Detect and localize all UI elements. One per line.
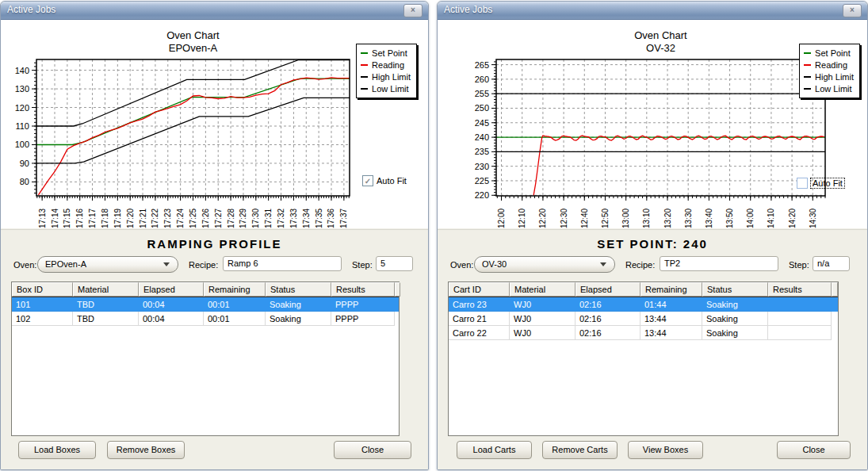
svg-text:12:40: 12:40 (580, 209, 589, 228)
svg-text:250: 250 (475, 103, 489, 113)
svg-text:12:50: 12:50 (601, 209, 610, 228)
table-header-cell[interactable]: Remaining (640, 282, 702, 297)
boxes-table: Box IDMaterialElapsedRemainingStatusResu… (11, 281, 400, 436)
titlebar[interactable]: Active Jobs × (1, 2, 428, 20)
svg-text:90: 90 (20, 159, 29, 168)
table-header-cell[interactable]: Results (331, 282, 395, 297)
chevron-down-icon (600, 262, 606, 266)
recipe-label: Recipe: (189, 260, 218, 270)
close-icon: × (411, 6, 415, 14)
svg-text:13:10: 13:10 (642, 209, 651, 228)
legend-label: Reading (815, 60, 847, 70)
table-row[interactable]: Carro 23WJ002:1601:44Soaking (449, 297, 838, 312)
table-header-cell[interactable]: Box ID (12, 282, 73, 297)
legend-swatch (804, 64, 811, 66)
legend-swatch (361, 64, 368, 66)
close-button[interactable]: × (843, 4, 862, 17)
table-cell: 02:16 (575, 312, 640, 326)
table-cell (768, 312, 832, 326)
table-cell: WJ0 (510, 297, 575, 312)
table-header-cell[interactable]: Material (73, 282, 139, 297)
close-button[interactable]: × (403, 4, 423, 17)
load-boxes-button[interactable]: Load Boxes (18, 441, 96, 459)
chart-title: Oven Chart OV-32 (496, 29, 825, 55)
table-cell: Soaking (266, 312, 331, 326)
legend-item: High Limit (804, 71, 854, 82)
table-header-cell[interactable]: Status (266, 282, 331, 297)
svg-text:260: 260 (475, 75, 489, 84)
table-cell: TBD (73, 297, 139, 312)
step-label: Step: (352, 260, 373, 270)
legend-swatch (361, 88, 368, 90)
chart-area: Oven Chart EPOven-A 80901001101201301401… (1, 20, 428, 228)
svg-text:140: 140 (15, 66, 29, 75)
table-header-cell[interactable]: Results (768, 282, 832, 297)
close-icon: × (850, 6, 855, 14)
table-cell: Soaking (266, 297, 331, 312)
svg-text:13:50: 13:50 (725, 209, 734, 228)
svg-text:17:24: 17:24 (176, 209, 185, 228)
legend-swatch (804, 76, 811, 78)
legend-swatch (361, 52, 368, 54)
table-cell: 13:44 (640, 312, 702, 326)
table-header-cell[interactable]: Elapsed (575, 282, 640, 297)
svg-text:255: 255 (475, 89, 489, 98)
svg-text:17:33: 17:33 (289, 209, 298, 228)
autofit-checkbox[interactable]: ✓ (362, 175, 373, 186)
table-row[interactable]: Carro 22WJ002:1613:44Soaking (449, 326, 838, 340)
titlebar[interactable]: Active Jobs × (438, 2, 867, 20)
table-row[interactable]: 102TBD00:0400:01SoakingPPPP (12, 312, 399, 326)
oven-select[interactable]: OV-30 (474, 256, 615, 273)
remove-boxes-button[interactable]: Remove Boxes (107, 441, 185, 459)
chart-title: Oven Chart EPOven-A (36, 29, 350, 55)
table-cell: PPPP (331, 297, 395, 312)
svg-text:100: 100 (15, 140, 29, 149)
step-value: 5 (380, 258, 385, 268)
view-boxes-button[interactable]: View Boxes (628, 441, 703, 459)
legend-swatch (804, 52, 811, 54)
autofit-control: Auto Fit (797, 178, 844, 189)
table-cell: 00:01 (204, 312, 266, 326)
chart-title-line1: Oven Chart (36, 29, 350, 42)
table-row[interactable]: 101TBD00:0400:01SoakingPPPP (12, 297, 399, 312)
svg-text:12:20: 12:20 (538, 209, 547, 228)
svg-text:17:28: 17:28 (227, 209, 235, 228)
close-dialog-button[interactable]: Close (334, 441, 411, 459)
table-header-cell[interactable]: Status (702, 282, 768, 297)
recipe-field[interactable]: Ramp 6 (223, 256, 342, 271)
table-header-cell[interactable]: Material (510, 282, 575, 297)
table-header-cell[interactable]: Cart ID (449, 282, 510, 297)
svg-text:17:14: 17:14 (51, 209, 59, 228)
svg-text:240: 240 (475, 132, 489, 142)
oven-label: Oven: (450, 260, 473, 270)
oven-label: Oven: (13, 260, 36, 270)
svg-text:120: 120 (15, 103, 29, 113)
table-cell (768, 326, 832, 340)
autofit-checkbox[interactable] (797, 178, 808, 189)
recipe-field[interactable]: TP2 (660, 256, 778, 271)
load-carts-button[interactable]: Load Carts (457, 441, 532, 459)
svg-text:230: 230 (475, 162, 489, 171)
table-header-row: Cart IDMaterialElapsedRemainingStatusRes… (449, 282, 838, 297)
svg-text:17:18: 17:18 (101, 209, 109, 228)
table-header-cell[interactable]: Remaining (204, 282, 266, 297)
table-cell: WJ0 (510, 326, 575, 340)
svg-text:110: 110 (15, 121, 29, 131)
remove-carts-button[interactable]: Remove Carts (542, 441, 618, 459)
step-label: Step: (789, 260, 809, 270)
svg-text:80: 80 (20, 177, 29, 186)
table-cell: Carro 23 (449, 297, 510, 312)
legend-swatch (361, 76, 368, 78)
step-field[interactable]: n/a (813, 256, 850, 271)
legend-label: Reading (372, 60, 404, 70)
table-row[interactable]: Carro 21WJ002:1613:44Soaking (449, 312, 838, 326)
oven-select[interactable]: EPOven-A (37, 256, 178, 273)
svg-text:14:20: 14:20 (788, 209, 797, 228)
legend-label: Set Point (372, 48, 407, 58)
table-cell: Carro 21 (449, 312, 510, 326)
table-header-cell[interactable]: Elapsed (139, 282, 204, 297)
check-icon: ✓ (365, 177, 371, 186)
close-dialog-button[interactable]: Close (777, 441, 851, 459)
svg-text:17:13: 17:13 (38, 209, 47, 228)
step-field[interactable]: 5 (376, 256, 413, 271)
